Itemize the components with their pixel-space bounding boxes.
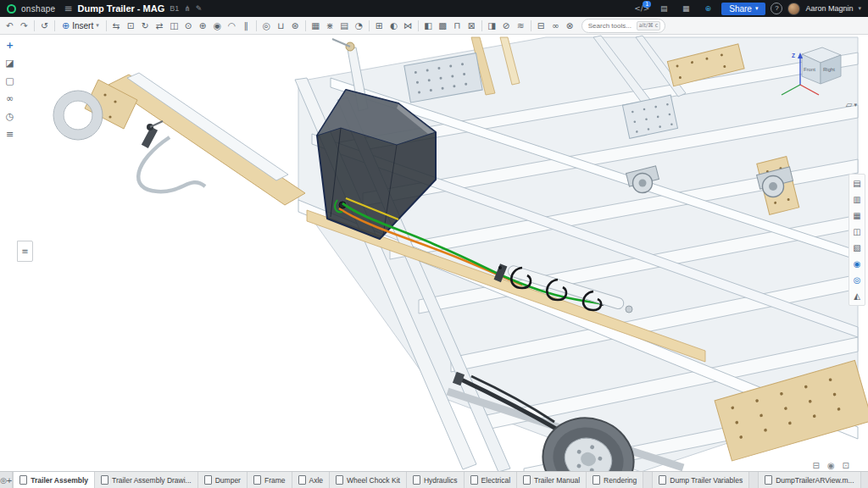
named-positions-icon[interactable]: ⊞ <box>372 19 387 33</box>
insert-button[interactable]: ⊕ Insert ▾ <box>58 19 103 33</box>
topbar: onshape ≡ Dump Trailer - MAG B1 ⋔ ✎ </> … <box>0 0 868 17</box>
measure-panel-icon[interactable]: ◭ <box>854 291 860 301</box>
ball-mate-icon[interactable]: ◉ <box>210 19 225 33</box>
measure-icon[interactable]: ▩ <box>436 19 450 33</box>
mate-icon[interactable]: ⇆ <box>109 19 124 33</box>
parallel-mate-icon[interactable]: ∥ <box>239 19 253 33</box>
linear-pattern-icon[interactable]: ▦ <box>309 19 323 33</box>
visualization-icon[interactable]: ◎ <box>854 275 861 285</box>
version-label[interactable]: B1 <box>170 4 179 13</box>
part-doc-icon <box>413 475 420 485</box>
user-avatar[interactable] <box>787 3 800 15</box>
display-mode-caret-icon: ▾ <box>854 102 857 108</box>
tab-dumper[interactable]: Dumper <box>198 472 248 488</box>
tangent-mate-icon[interactable]: ◠ <box>225 19 239 33</box>
share-button[interactable]: Share ▾ <box>721 3 765 15</box>
tab-dump-trailer-variables[interactable]: Dump Trailer Variables <box>652 472 749 488</box>
tab-electrical[interactable]: Electrical <box>465 472 517 488</box>
appearance-panel-icon[interactable]: ◪ <box>5 58 14 69</box>
code-feedback-icon[interactable]: </> 1 <box>633 4 650 13</box>
screenshot-icon[interactable]: ◉ <box>827 461 835 470</box>
fastened-mate-icon[interactable]: ⊡ <box>124 19 138 33</box>
help-button[interactable]: ? <box>771 3 782 14</box>
planar-mate-icon[interactable]: ◫ <box>167 19 181 33</box>
toolbar-separator <box>256 20 257 31</box>
feature-list-icon[interactable]: ≡ <box>6 130 14 140</box>
undo-button[interactable]: ↶ <box>3 19 17 33</box>
variables-doc-icon <box>659 475 666 485</box>
link-icon[interactable]: ∞ <box>6 94 14 104</box>
mate-relation-icon[interactable]: ⊛ <box>288 19 303 33</box>
tab-rendering[interactable]: Rendering <box>587 472 643 488</box>
custom-table-icon[interactable]: ▦ <box>853 211 860 220</box>
main-menu-icon[interactable]: ≡ <box>64 3 72 14</box>
refresh-button[interactable]: ↺ <box>37 19 52 33</box>
part-doc-icon <box>298 475 306 485</box>
view-cube-front-label[interactable]: Front <box>804 67 815 72</box>
configurations-icon[interactable]: ⊗ <box>563 19 577 33</box>
pin-slot-mate-icon[interactable]: ⊕ <box>196 19 210 33</box>
comment-icon[interactable]: ▢ <box>5 76 14 86</box>
onshape-logo-icon[interactable] <box>7 4 16 14</box>
toolbar-separator <box>481 20 482 31</box>
history-icon[interactable]: ◷ <box>6 112 14 122</box>
add-tab-button[interactable]: + <box>7 472 13 488</box>
tab-trailer-assembly[interactable]: Trailer Assembly <box>13 472 95 488</box>
interference-icon[interactable]: ⊠ <box>465 19 479 33</box>
cylindrical-mate-icon[interactable]: ⊙ <box>181 19 196 33</box>
branch-icon[interactable]: ⋔ <box>184 4 191 13</box>
drawing-doc-icon <box>101 475 108 485</box>
slider-mate-icon[interactable]: ⇄ <box>153 19 167 33</box>
tab-frame[interactable]: Frame <box>248 472 292 488</box>
section-view-icon[interactable]: ◧ <box>421 19 436 33</box>
z-axis-label: Z <box>792 53 795 58</box>
right-tool-strip: ▤ ▥ ▦ ◫ ▧ ◉ ◎ ◭ <box>849 174 865 306</box>
learning-center-icon[interactable]: ▤ <box>655 4 672 13</box>
document-title[interactable]: Dump Trailer - MAG <box>78 3 165 14</box>
rename-icon[interactable]: ✎ <box>196 4 203 13</box>
tool-search[interactable]: alt/⌘ c <box>581 19 666 33</box>
app-store-icon[interactable]: ▦ <box>677 4 694 13</box>
appearance-icon[interactable]: ◨ <box>485 19 499 33</box>
group-icon[interactable]: ⊔ <box>274 19 288 33</box>
brand-name: onshape <box>21 4 55 14</box>
language-globe-icon[interactable]: ⊕ <box>699 4 716 13</box>
circular-pattern-icon[interactable]: ⋇ <box>323 19 337 33</box>
belt-icon[interactable]: ∞ <box>548 19 563 33</box>
tab-trailer-manual[interactable]: Trailer Manual <box>517 472 587 488</box>
user-menu-caret-icon[interactable]: ▾ <box>858 5 861 12</box>
frame-icon[interactable]: ⊟ <box>534 19 548 33</box>
tab-trailer-assembly-drawing[interactable]: Trailer Assembly Drawi... <box>95 472 198 488</box>
sheet-metal-icon[interactable]: ≋ <box>514 19 528 33</box>
3d-viewport[interactable]: Front Right Z <box>0 35 868 472</box>
ar-doc-icon <box>765 475 772 485</box>
display-states-icon[interactable]: ◐ <box>387 19 401 33</box>
configuration-panel-icon[interactable]: ▥ <box>853 195 860 204</box>
view-cube-right-label[interactable]: Right <box>823 67 835 72</box>
print-icon[interactable]: ⊟ <box>812 461 819 470</box>
tab-hydraulics[interactable]: Hydraulics <box>407 472 465 488</box>
fullscreen-icon[interactable]: ⊡ <box>843 461 849 470</box>
display-mode-button[interactable]: ▱ ▾ <box>846 100 857 109</box>
search-input[interactable] <box>587 21 634 30</box>
tab-wheel-chock-kit[interactable]: Wheel Chock Kit <box>330 472 407 488</box>
hole-icon[interactable]: ⊘ <box>499 19 514 33</box>
mate-connector-icon[interactable]: ◎ <box>259 19 274 33</box>
instance-panel-toggle[interactable]: ≡ <box>17 241 33 262</box>
user-name[interactable]: Aaron Magnin <box>805 4 853 13</box>
selection-panel-icon[interactable]: ◉ <box>854 259 861 269</box>
redo-button[interactable]: ↷ <box>17 19 31 33</box>
revolute-mate-icon[interactable]: ↻ <box>138 19 153 33</box>
material-icon[interactable]: ◫ <box>853 227 860 236</box>
tab-dumptrailer-ar-view[interactable]: DumpTrailerARView.m... <box>758 472 860 488</box>
exploded-view-icon[interactable]: ⋈ <box>401 19 415 33</box>
tab-manager-icon[interactable]: ◎ <box>0 472 7 488</box>
move-tool-icon[interactable]: + <box>6 41 14 51</box>
mass-properties-icon[interactable]: ⊓ <box>450 19 465 33</box>
shaded-cube-icon: ▱ <box>846 100 853 109</box>
replicate-icon[interactable]: ▤ <box>337 19 352 33</box>
tab-axle[interactable]: Axle <box>292 472 331 488</box>
properties-icon[interactable]: ▧ <box>853 243 860 252</box>
bom-table-icon[interactable]: ▤ <box>853 179 860 188</box>
snapshot-icon[interactable]: ◔ <box>352 19 366 33</box>
